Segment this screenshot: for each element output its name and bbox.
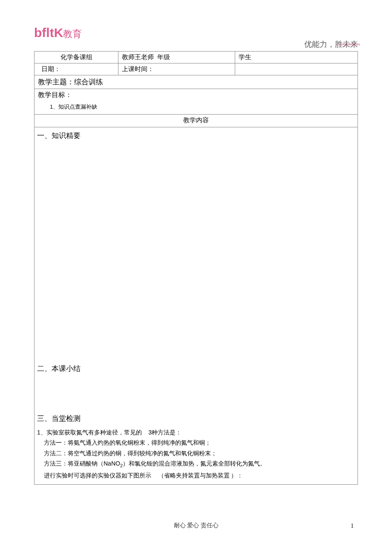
goals-row: 教学目标： 1、知识点查漏补缺	[35, 89, 358, 115]
page-number: 1	[351, 523, 354, 529]
q1-note: 进行实验时可选择的实验仪器如下图所示 （省略夹持装置与加热装置 ）：	[37, 471, 355, 480]
theme-value: 综合训练	[74, 78, 103, 86]
content-body-row: 一、知识精要 二、本课小结 三、当堂检测 1、实验室获取氮气有多种途径，常见的 …	[35, 127, 358, 485]
q1-m3-b: ）和氯化铵的混合溶液加热，氮元素全部转化为氮气。	[123, 460, 266, 467]
theme-cell: 教学主题：综合训练	[35, 75, 358, 89]
q1-intro-b: 3种方法是：	[148, 429, 182, 436]
q1-intro-a: 1、实验室获取氮气有多种途径，常见的	[37, 429, 142, 436]
blank-area-2	[37, 375, 355, 414]
goals-label: 教学目标：	[38, 91, 354, 100]
date-cell: 日期：	[35, 63, 118, 75]
blank-area-1	[37, 142, 355, 364]
info-row-2: 日期： 上课时间：	[35, 63, 358, 75]
goals-cell: 教学目标： 1、知识点查漏补缺	[35, 89, 358, 115]
section-1-title: 一、知识精要	[37, 131, 355, 141]
content-body-cell: 一、知识精要 二、本课小结 三、当堂检测 1、实验室获取氮气有多种途径，常见的 …	[35, 127, 358, 485]
q1-m3-a: 方法三：将亚硝酸钠（NaNO	[44, 460, 120, 467]
q1-method-2: 方法二：将空气通过灼热的铜，得到较纯净的氮气和氧化铜粉末；	[37, 449, 355, 458]
slogan-en-suffix: EDUCATION	[338, 43, 360, 46]
grade-label: 年级	[157, 54, 170, 60]
question-1: 1、实验室获取氮气有多种途径，常见的 3种方法是： 方法一：将氨气通入灼热的氧化…	[37, 425, 355, 480]
info-row-1: 化学备课组 教师王老师 年级 学生	[35, 52, 358, 63]
theme-label: 教学主题：	[38, 78, 74, 86]
teacher-grade-cell: 教师王老师 年级	[118, 52, 235, 63]
q1-note-b: （省略夹持装置与加热装置 ）：	[158, 472, 243, 479]
content-header-row: 教学内容	[35, 115, 358, 127]
lesson-plan-table: 化学备课组 教师王老师 年级 学生 日期： 上课时间： 教学主题：综合训练 教学…	[34, 51, 358, 485]
student-cell: 学生	[235, 52, 357, 63]
q1-method-1: 方法一：将氨气通入灼热的氧化铜粉末，得到纯净的氮气和铜；	[37, 438, 355, 447]
q1-method-3: 方法三：将亚硝酸钠（NaNO2）和氯化铵的混合溶液加热，氮元素全部转化为氮气。	[37, 459, 355, 469]
teacher-name: 王老师	[135, 54, 154, 60]
student-label: 学生	[239, 54, 251, 60]
teacher-label: 教师	[122, 54, 135, 60]
q1-note-a: 进行实验时可选择的实验仪器如下图所示	[44, 472, 151, 479]
time-cell: 上课时间：	[118, 63, 235, 75]
goal-item-1: 1、知识点查漏补缺	[38, 100, 354, 111]
section-2-title: 二、本课小结	[37, 364, 355, 374]
date-label: 日期：	[41, 66, 61, 72]
logo-en: bfltK	[34, 26, 63, 40]
footer-motto: 耐心 爱心 责任心	[0, 522, 392, 529]
brand-logo: bfltK教育	[34, 26, 82, 40]
theme-row: 教学主题：综合训练	[35, 75, 358, 89]
q1-intro: 1、实验室获取氮气有多种途径，常见的 3种方法是：	[37, 428, 355, 437]
logo-cn: 教育	[63, 29, 82, 39]
section-3-title: 三、当堂检测	[37, 414, 355, 423]
group-cell: 化学备课组	[35, 52, 118, 63]
empty-cell	[235, 63, 357, 75]
content-header-cell: 教学内容	[35, 115, 358, 127]
